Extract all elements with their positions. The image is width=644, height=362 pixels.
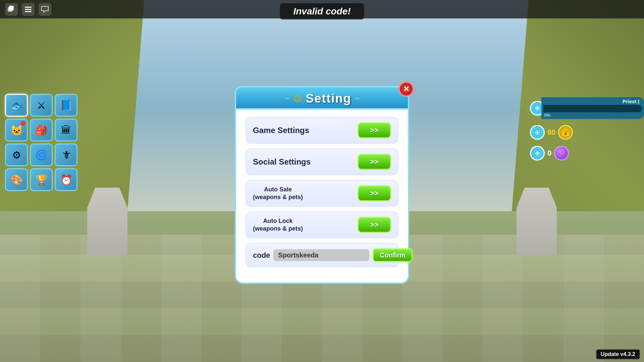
inv-slot-color[interactable]: 🎨 — [5, 168, 28, 191]
code-row: code Confirm — [246, 243, 398, 267]
gold-value: 60 — [545, 128, 558, 137]
auto-sale-button[interactable]: >> — [358, 185, 391, 201]
svg-rect-1 — [8, 7, 12, 12]
invalid-code-text: Invalid code! — [293, 6, 351, 16]
game-settings-row: Game Settings >> — [246, 117, 398, 144]
chat-button[interactable] — [39, 3, 51, 16]
inv-slot-bag[interactable]: 🎒 — [30, 119, 53, 141]
dialog-title: Setting — [306, 92, 352, 106]
auto-sale-label: Auto Sale(weapons & pets) — [253, 185, 303, 201]
update-badge: Update v4.3.2 — [596, 349, 640, 359]
exp-bar-row: + Priest | 0% — [530, 97, 644, 119]
exp-bar-background — [543, 105, 642, 112]
gem-value: 0 — [545, 149, 554, 158]
gold-row: + 60 💰 — [530, 125, 644, 140]
inv-slot-weapon[interactable]: ⚔ — [30, 94, 53, 117]
exp-bar-container: Priest | 0% — [541, 97, 644, 119]
auto-sale-row: Auto Sale(weapons & pets) >> — [246, 180, 398, 207]
gem-plus-button[interactable]: + — [530, 146, 545, 161]
auto-lock-button[interactable]: >> — [358, 217, 391, 233]
inv-slot-trophy[interactable]: 🏆 — [30, 168, 53, 191]
settings-dialog: ⚙ Setting ✕ Game Settings >> Social Sett… — [235, 86, 409, 284]
gem-row: + 0 — [530, 146, 644, 161]
roblox-logo-button[interactable] — [5, 3, 18, 16]
auto-lock-label: Auto Lock(weapons & pets) — [253, 217, 303, 233]
gold-plus-button[interactable]: + — [530, 125, 545, 140]
separator: | — [638, 99, 639, 104]
gold-coin-icon: 💰 — [558, 125, 573, 140]
gem-icon — [554, 146, 569, 161]
code-label: code — [253, 251, 270, 259]
svg-rect-2 — [25, 7, 32, 8]
inventory-panel: 🐟 ⚔ 📘 🐱 🎒 🏛 ⚙ 🌀 🗡 🎨 🏆 ⏰ — [5, 94, 77, 191]
auto-lock-row: Auto Lock(weapons & pets) >> — [246, 212, 398, 238]
game-settings-label: Game Settings — [253, 126, 309, 135]
dialog-body: Game Settings >> Social Settings >> Auto… — [235, 110, 409, 284]
game-settings-button[interactable]: >> — [358, 122, 391, 138]
inv-slot-timer[interactable]: ⏰ — [55, 168, 77, 191]
inv-slot-companion[interactable]: 🐱 — [5, 119, 28, 141]
close-button[interactable]: ✕ — [398, 81, 414, 97]
inv-slot-chest[interactable]: 🏛 — [55, 119, 77, 141]
social-settings-button[interactable]: >> — [358, 154, 391, 170]
code-input[interactable] — [273, 249, 369, 261]
inv-slot-settings[interactable]: ⚙ — [5, 143, 28, 166]
invalid-code-banner: Invalid code! — [280, 3, 364, 19]
inv-slot-dagger[interactable]: 🗡 — [55, 143, 77, 166]
dialog-title-bar: ⚙ Setting ✕ — [235, 86, 409, 110]
class-name: Priest — [623, 99, 637, 104]
confirm-button[interactable]: Confirm — [373, 248, 413, 262]
update-text: Update v4.3.2 — [601, 351, 635, 357]
social-settings-row: Social Settings >> — [246, 148, 398, 175]
svg-rect-3 — [25, 9, 32, 10]
notification-dot — [21, 121, 25, 126]
social-settings-label: Social Settings — [253, 157, 311, 167]
exp-percent-text: 0% — [541, 113, 644, 118]
class-label: Priest | — [541, 99, 644, 104]
menu-button[interactable] — [22, 3, 35, 16]
inv-slot-ability[interactable]: 🌀 — [30, 143, 53, 166]
inv-slot-book[interactable]: 📘 — [55, 94, 77, 117]
statue-right — [517, 188, 557, 255]
gear-icon: ⚙ — [293, 92, 303, 105]
right-hud: + Priest | 0% + 60 💰 + 0 — [530, 97, 644, 167]
statue-left — [87, 188, 127, 255]
inv-slot-pet[interactable]: 🐟 — [5, 94, 28, 117]
svg-rect-4 — [25, 11, 32, 12]
